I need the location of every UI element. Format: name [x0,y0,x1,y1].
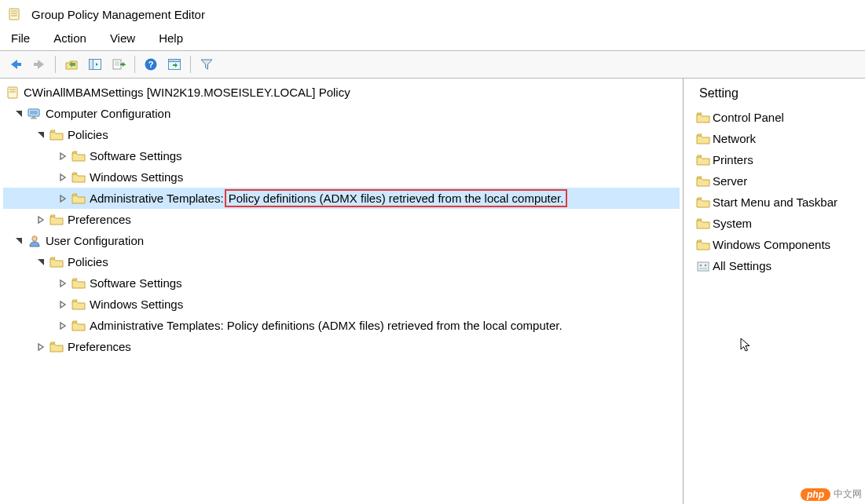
tree-windows-settings-computer[interactable]: Windows Settings [3,166,680,188]
collapse-icon[interactable] [35,214,47,226]
setting-label: Network [713,132,756,145]
folder-icon [696,111,710,124]
folder-icon [696,154,710,166]
folder-icon [696,175,710,188]
collapse-icon[interactable] [57,171,69,184]
folder-icon [71,170,86,185]
tree-label: Preferences [68,340,131,353]
folder-icon [49,127,64,143]
setting-label: Start Menu and Taskbar [713,195,838,209]
tree-admin-templates-user[interactable]: Administrative Templates: Policy definit… [3,315,680,336]
watermark-badge: php [801,488,830,501]
expand-icon[interactable] [13,235,25,247]
svg-rect-21 [32,116,35,118]
computer-icon [27,106,42,122]
help-button[interactable]: ? [140,53,162,75]
setting-network[interactable]: Network [684,128,865,149]
setting-start-menu-taskbar[interactable]: Start Menu and Taskbar [684,192,865,213]
svg-rect-7 [90,60,93,70]
tree-label: User Configuration [46,234,144,247]
tree-admin-templates-computer[interactable]: Administrative Templates: Policy definit… [3,188,680,209]
toolbar-separator [55,56,56,73]
collapse-icon[interactable] [57,298,69,311]
tree-label: Preferences [68,213,131,226]
svg-rect-22 [31,118,37,119]
setting-system[interactable]: System [684,213,865,234]
filter-button[interactable] [196,53,218,75]
expand-icon[interactable] [35,129,47,141]
folder-icon [71,276,86,291]
tree-user-configuration[interactable]: User Configuration [3,230,680,251]
menu-view[interactable]: View [107,30,138,46]
folder-icon [71,297,86,312]
svg-rect-24 [698,262,709,271]
menu-file[interactable]: File [8,30,33,46]
setting-printers[interactable]: Printers [684,149,865,170]
tree-software-settings-computer[interactable]: Software Settings [3,145,680,166]
svg-point-25 [700,264,702,266]
tree-policies-user[interactable]: Policies [3,251,680,272]
collapse-icon[interactable] [57,150,69,163]
tree-pane[interactable]: CWinAllMBAMSettings [WIN2K19.MOSEISLEY.L… [0,79,684,504]
svg-point-26 [705,264,707,266]
settings-pane[interactable]: Setting Control Panel Network Printers S… [684,79,865,504]
tree-policies-computer[interactable]: Policies [3,124,680,145]
menubar: File Action View Help [0,28,865,50]
svg-rect-16 [8,87,17,98]
tree-preferences-computer[interactable]: Preferences [3,209,680,230]
tree-label: Software Settings [90,276,182,290]
svg-rect-15 [169,60,181,62]
collapse-icon[interactable] [57,320,69,332]
setting-server[interactable]: Server [684,170,865,192]
settings-list: Control Panel Network Printers Server St… [684,107,865,276]
main-content: CWinAllMBAMSettings [WIN2K19.MOSEISLEY.L… [0,79,865,504]
collapse-icon[interactable] [57,277,69,290]
toolbar-separator [190,56,191,73]
menu-action[interactable]: Action [50,30,90,46]
folder-icon [71,148,86,164]
expand-icon[interactable] [35,256,47,268]
watermark: php 中文网 [801,488,862,501]
setting-label: Windows Components [713,238,830,251]
tree-preferences-user[interactable]: Preferences [3,336,680,357]
settings-icon [696,260,710,272]
svg-rect-0 [9,9,19,20]
show-hide-tree-button[interactable] [84,53,106,75]
menu-help[interactable]: Help [156,30,186,46]
svg-point-23 [32,236,37,240]
collapse-icon[interactable] [35,341,47,353]
setting-label: Server [713,174,747,188]
expand-icon[interactable] [13,108,25,120]
export-button[interactable] [108,53,130,75]
folder-icon [49,254,64,270]
up-button[interactable] [60,53,82,75]
tree-computer-configuration[interactable]: Computer Configuration [3,103,680,124]
settings-header[interactable]: Setting [684,82,865,107]
watermark-text: 中文网 [834,488,862,501]
policy-icon [5,85,20,100]
setting-label: System [713,217,752,230]
window-title: Group Policy Management Editor [31,8,205,21]
tree-label: Policies [68,128,108,141]
setting-all-settings[interactable]: All Settings [684,255,865,276]
app-icon [6,6,22,22]
back-button[interactable] [5,53,27,75]
titlebar: Group Policy Management Editor [0,0,865,28]
setting-control-panel[interactable]: Control Panel [684,107,865,128]
tree-software-settings-user[interactable]: Software Settings [3,272,680,294]
tree-label: Software Settings [90,149,182,163]
tree-label: Windows Settings [90,298,183,311]
tree-root[interactable]: CWinAllMBAMSettings [WIN2K19.MOSEISLEY.L… [3,82,680,103]
properties-button[interactable] [163,53,185,75]
tree-label: Windows Settings [90,170,183,184]
cursor-icon [740,338,753,356]
tree-label: Administrative Templates: Policy definit… [90,319,563,332]
tree-label-prefix: Administrative Templates: [90,192,224,205]
collapse-icon[interactable] [57,192,69,205]
setting-windows-components[interactable]: Windows Components [684,234,865,255]
toolbar-separator [134,56,135,73]
tree-windows-settings-user[interactable]: Windows Settings [3,294,680,315]
forward-button[interactable] [28,53,50,75]
svg-text:?: ? [148,60,154,69]
svg-rect-5 [34,63,38,66]
